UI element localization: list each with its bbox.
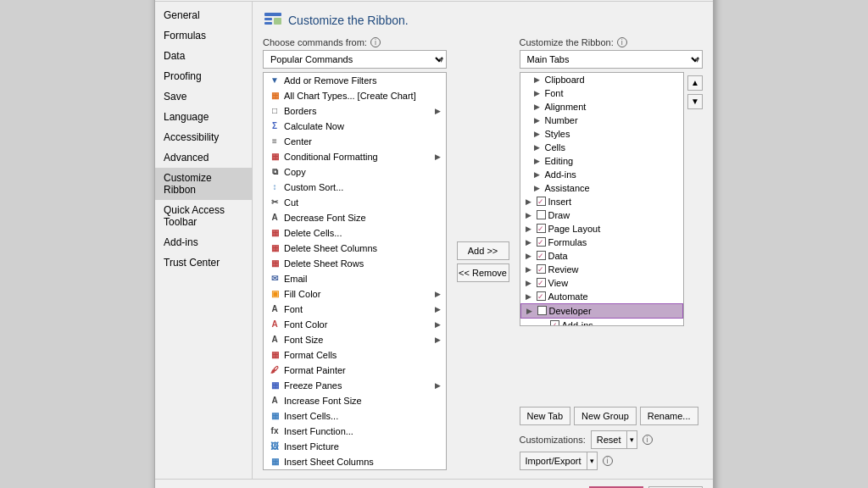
ribbon-item[interactable]: ▶Clipboard — [520, 73, 684, 86]
command-label: Insert Function... — [284, 426, 353, 436]
ribbon-checkbox[interactable] — [537, 306, 547, 315]
ribbon-item[interactable]: ▶✓Automate — [520, 290, 684, 303]
move-up-button[interactable]: ▲ — [687, 75, 703, 91]
commands-dropdown[interactable]: Popular Commands — [263, 50, 447, 69]
command-icon: ▦ — [269, 151, 281, 163]
sidebar-item-formulas[interactable]: Formulas — [155, 25, 252, 46]
ribbon-item[interactable]: ▶Styles — [520, 127, 684, 141]
sidebar-item-trust-center[interactable]: Trust Center — [155, 252, 252, 273]
ribbon-item[interactable]: ▶✓Formulas — [520, 236, 684, 249]
list-item[interactable]: ΣCalculate Now — [264, 119, 446, 134]
ribbon-item[interactable]: ▶Developer — [520, 303, 684, 319]
ribbon-checkbox[interactable]: ✓ — [537, 251, 546, 260]
sidebar-item-advanced[interactable]: Advanced — [155, 147, 252, 168]
new-group-button[interactable]: New Group — [574, 407, 637, 425]
ribbon-item[interactable]: ▶✓Insert — [520, 195, 684, 208]
list-item[interactable]: AFont Size▶ — [264, 332, 446, 347]
sidebar-item-add-ins[interactable]: Add-ins — [155, 232, 252, 252]
ribbon-item[interactable]: ▶✓Data — [520, 249, 684, 263]
expand-arrow: ▶ — [526, 265, 534, 274]
reset-split-button[interactable]: Reset ▾ — [591, 430, 637, 449]
ribbon-checkbox[interactable]: ✓ — [537, 264, 546, 274]
list-item[interactable]: □Borders▶ — [264, 103, 446, 119]
reset-info-icon: i — [643, 435, 653, 445]
command-label: Copy — [284, 167, 306, 177]
command-icon: ▦ — [269, 227, 281, 239]
list-item[interactable]: ADecrease Font Size — [264, 210, 446, 225]
list-item[interactable]: ▦Delete Sheet Columns — [264, 241, 446, 256]
sidebar-item-save[interactable]: Save — [155, 86, 252, 107]
command-icon: A — [269, 303, 281, 315]
ribbon-checkbox[interactable] — [537, 210, 546, 219]
expand-arrow: ▶ — [534, 130, 542, 138]
rename-button[interactable]: Rename... — [640, 407, 698, 425]
list-item[interactable]: ≡Center — [264, 134, 446, 149]
section-title: Customize the Ribbon. — [288, 14, 409, 27]
import-export-split-button[interactable]: Import/Export ▾ — [520, 452, 598, 470]
ribbon-dropdown-wrapper[interactable]: Main Tabs — [520, 50, 704, 69]
list-item[interactable]: ▦All Chart Types... [Create Chart] — [264, 88, 446, 103]
ribbon-item[interactable]: ▶Draw — [520, 208, 684, 222]
list-item[interactable]: ✂Cut — [264, 195, 446, 210]
ribbon-item[interactable]: ▶Add-ins — [520, 168, 684, 181]
import-export-button-arrow[interactable]: ▾ — [587, 452, 597, 469]
ribbon-item[interactable]: ▶✓View — [520, 276, 684, 290]
list-item[interactable]: 🖼Insert Picture — [264, 439, 446, 454]
sidebar-item-quick-access[interactable]: Quick Access Toolbar — [155, 200, 252, 232]
ribbon-item[interactable]: ▶Assistance — [520, 181, 684, 195]
ribbon-checkbox[interactable]: ✓ — [537, 291, 546, 301]
list-item[interactable]: ▦Conditional Formatting▶ — [264, 149, 446, 164]
ribbon-item[interactable]: ▶✓Page Layout — [520, 222, 684, 236]
ribbon-checkbox[interactable]: ✓ — [537, 278, 546, 287]
ribbon-item[interactable]: ✓Add-ins — [520, 319, 684, 326]
ribbon-item[interactable]: ▶✓Review — [520, 263, 684, 276]
list-item[interactable]: 🖌Format Painter — [264, 363, 446, 378]
ribbon-checkbox[interactable]: ✓ — [537, 224, 546, 233]
ribbon-list[interactable]: ▶Clipboard▶Font▶Alignment▶Number▶Styles▶… — [520, 72, 685, 326]
remove-button[interactable]: << Remove — [457, 263, 509, 282]
sidebar-item-language[interactable]: Language — [155, 107, 252, 127]
reset-button-main[interactable]: Reset — [592, 431, 627, 448]
list-item[interactable]: AFont Color▶ — [264, 317, 446, 332]
ribbon-item[interactable]: ▶Cells — [520, 141, 684, 154]
import-export-button-main[interactable]: Import/Export — [520, 452, 587, 469]
commands-dropdown-wrapper[interactable]: Popular Commands — [263, 50, 447, 69]
sidebar-item-general[interactable]: General — [155, 5, 252, 25]
list-item[interactable]: ▦Delete Cells... — [264, 225, 446, 241]
ribbon-item[interactable]: ▶Alignment — [520, 100, 684, 114]
list-item[interactable]: ▦Delete Sheet Rows — [264, 256, 446, 271]
sidebar-item-data[interactable]: Data — [155, 46, 252, 66]
commands-list[interactable]: ▼Add or Remove Filters▦All Chart Types..… — [263, 72, 447, 470]
move-down-button[interactable]: ▼ — [687, 94, 703, 109]
sidebar-item-accessibility[interactable]: Accessibility — [155, 127, 252, 147]
reset-button-arrow[interactable]: ▾ — [627, 431, 637, 448]
ribbon-item[interactable]: ▶Font — [520, 86, 684, 100]
list-item[interactable]: ▦Insert Sheet Columns — [264, 454, 446, 469]
ribbon-item[interactable]: ▶Editing — [520, 154, 684, 168]
list-item[interactable]: ↕Custom Sort... — [264, 180, 446, 195]
list-item[interactable]: ▣Fill Color▶ — [264, 286, 446, 302]
sidebar-item-proofing[interactable]: Proofing — [155, 66, 252, 86]
list-item[interactable]: AIncrease Font Size — [264, 393, 446, 408]
new-tab-button[interactable]: New Tab — [520, 407, 571, 425]
list-item[interactable]: ▦Freeze Panes▶ — [264, 378, 446, 393]
expand-arrow: ▶ — [526, 197, 534, 206]
ribbon-item[interactable]: ▶Number — [520, 114, 684, 127]
list-item[interactable]: AFont▶ — [264, 302, 446, 317]
list-item[interactable]: ✉Email — [264, 271, 446, 286]
sidebar-item-customize-ribbon[interactable]: Customize Ribbon — [155, 168, 252, 200]
ribbon-item-label: Review — [548, 264, 579, 274]
add-button[interactable]: Add >> — [457, 241, 509, 260]
ribbon-checkbox[interactable]: ✓ — [537, 197, 546, 206]
list-item[interactable]: ⧉Copy — [264, 164, 446, 180]
submenu-arrow: ▶ — [435, 107, 441, 115]
ribbon-item-label: Automate — [548, 291, 588, 302]
list-item[interactable]: ▦Insert Cells... — [264, 408, 446, 424]
submenu-arrow: ▶ — [435, 320, 441, 329]
list-item[interactable]: ▼Add or Remove Filters — [264, 73, 446, 88]
ribbon-checkbox[interactable]: ✓ — [537, 237, 546, 247]
list-item[interactable]: ▦Format Cells — [264, 347, 446, 363]
ribbon-dropdown[interactable]: Main Tabs — [520, 50, 704, 69]
list-item[interactable]: fxInsert Function... — [264, 424, 446, 439]
ribbon-checkbox[interactable]: ✓ — [550, 320, 559, 326]
